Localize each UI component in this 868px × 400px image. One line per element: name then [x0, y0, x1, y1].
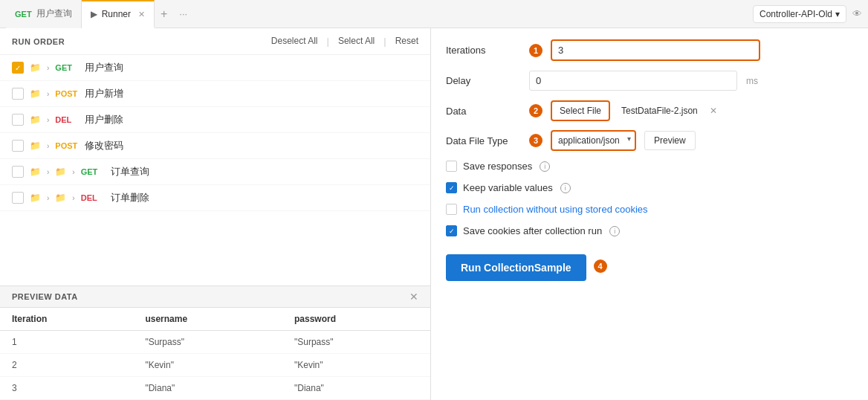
keep-variable-label: Keep variable values: [463, 182, 553, 193]
method-get: GET: [55, 63, 79, 72]
folder-icon: 📁: [30, 141, 41, 151]
delay-row: Delay ms: [446, 71, 853, 91]
ms-unit: ms: [746, 76, 758, 86]
preview-data-panel: PREVIEW DATA ✕ Iteration username passwo…: [0, 286, 430, 400]
request-list: ✓ 📁 › GET 用户查询 📁 › POST 用户新增 📁 › DEL 用户删…: [0, 55, 430, 286]
save-responses-info-icon[interactable]: i: [540, 161, 550, 172]
method-post: POST: [55, 141, 79, 150]
tab-get-label: 用户查询: [36, 7, 72, 20]
arrow-right-icon: ›: [47, 142, 49, 150]
folder-icon-nested: 📁: [55, 193, 66, 203]
checkbox-5[interactable]: [12, 166, 24, 178]
deselect-all-button[interactable]: Deselect All: [271, 36, 318, 47]
method-del: DEL: [81, 193, 105, 202]
runner-icon: ▶: [91, 9, 97, 19]
save-responses-checkbox[interactable]: [446, 161, 457, 172]
run-without-cookies-label: Run collection without using stored cook…: [463, 204, 648, 215]
arrow-right-icon: ›: [72, 168, 74, 176]
keep-variable-container: → ✓ Keep variable values i: [446, 182, 853, 193]
file-type-select-wrapper: application/json text/csv: [551, 131, 635, 150]
run-without-cookies-checkbox[interactable]: [446, 204, 457, 215]
folder-icon: 📁: [30, 193, 41, 203]
run-collection-button[interactable]: Run CollectionSample: [446, 254, 586, 281]
arrow-right-icon: ›: [47, 90, 49, 98]
iterations-input[interactable]: [551, 40, 760, 60]
tab-bar: GET 用户查询 ▶ Runner ✕ + ··· Controller-API…: [0, 0, 868, 28]
request-name: 订单查询: [111, 165, 149, 178]
delay-label: Delay: [446, 75, 520, 86]
list-item[interactable]: 📁 › POST 用户新增: [0, 81, 430, 107]
save-cookies-row: ✓ Save cookies after collection run i: [446, 225, 853, 236]
data-label: Data: [446, 106, 520, 117]
chevron-down-icon: ▾: [835, 9, 840, 19]
arrow-right-icon: ›: [47, 194, 49, 202]
cell-password: "Kevin": [282, 354, 430, 377]
data-file-type-row: Data File Type 3 application/json text/c…: [446, 131, 853, 150]
keep-variable-checkbox[interactable]: ✓: [446, 182, 457, 193]
cell-username: "Diana": [133, 377, 282, 400]
folder-icon: 📁: [30, 114, 41, 125]
col-username: username: [133, 308, 282, 331]
file-remove-button[interactable]: ✕: [710, 106, 717, 116]
list-item[interactable]: ✓ 📁 › GET 用户查询: [0, 55, 430, 81]
preview-data-header: PREVIEW DATA ✕: [0, 286, 430, 308]
file-type-select[interactable]: application/json text/csv: [551, 131, 635, 150]
checkbox-3[interactable]: [12, 114, 24, 126]
data-file-type-label: Data File Type: [446, 135, 520, 146]
arrow-right-icon: ›: [72, 194, 74, 202]
run-order-title: RUN ORDER: [12, 37, 65, 46]
tab-get[interactable]: GET 用户查询: [6, 0, 82, 28]
request-name: 订单删除: [111, 191, 149, 204]
tab-runner-close[interactable]: ✕: [138, 10, 145, 19]
env-selector[interactable]: Controller-API-Old ▾: [753, 5, 846, 23]
tab-add-button[interactable]: +: [155, 7, 173, 21]
cell-username: "Kevin": [133, 354, 282, 377]
keep-variable-info-icon[interactable]: i: [560, 183, 571, 193]
run-collection-label: Run CollectionSample: [461, 262, 571, 274]
arrow-right-icon: ›: [47, 168, 49, 176]
cell-username: "Surpass": [133, 331, 282, 354]
tab-runner-label: Runner: [102, 9, 131, 19]
delay-input[interactable]: [529, 71, 737, 91]
run-btn-container: Run CollectionSample 4: [446, 251, 853, 281]
request-name: 用户删除: [85, 113, 123, 126]
list-item[interactable]: 📁 › POST 修改密码: [0, 133, 430, 159]
select-file-button[interactable]: Select File: [551, 101, 609, 120]
main-layout: RUN ORDER Deselect All | Select All | Re…: [0, 28, 868, 400]
table-row: 1 "Surpass" "Surpass": [0, 331, 430, 354]
col-password: password: [282, 308, 430, 331]
step-badge-3: 3: [529, 134, 542, 147]
arrow-right-icon: ›: [47, 116, 49, 124]
request-name: 用户新增: [85, 87, 123, 100]
cell-iteration: 2: [0, 354, 133, 377]
save-cookies-info-icon[interactable]: i: [609, 226, 620, 236]
reset-button[interactable]: Reset: [395, 36, 418, 47]
folder-icon: 📁: [30, 167, 41, 177]
save-cookies-checkbox[interactable]: ✓: [446, 225, 457, 236]
checkbox-6[interactable]: [12, 192, 24, 204]
get-method-badge: GET: [15, 10, 32, 19]
preview-data-close-button[interactable]: ✕: [409, 291, 418, 303]
folder-icon: 📁: [30, 62, 41, 73]
list-item[interactable]: 📁 › 📁 › DEL 订单删除: [0, 185, 430, 211]
tab-runner[interactable]: ▶ Runner ✕: [82, 0, 155, 28]
select-all-button[interactable]: Select All: [338, 36, 375, 47]
method-get: GET: [81, 167, 105, 176]
cell-iteration: 3: [0, 377, 133, 400]
folder-icon: 📁: [30, 88, 41, 99]
checkbox-2[interactable]: [12, 88, 24, 100]
checkbox-4[interactable]: [12, 140, 24, 152]
tab-more-button[interactable]: ···: [173, 8, 193, 19]
step-badge-4: 4: [594, 259, 607, 273]
cell-password: "Diana": [282, 377, 430, 400]
cell-iteration: 1: [0, 331, 133, 354]
data-row: Data 2 Select File TestDataFile-2.json ✕: [446, 101, 853, 120]
checkbox-1[interactable]: ✓: [12, 62, 24, 74]
list-item[interactable]: 📁 › DEL 用户删除: [0, 107, 430, 133]
list-item[interactable]: 📁 › 📁 › GET 订单查询: [0, 159, 430, 185]
preview-button[interactable]: Preview: [644, 131, 696, 150]
right-panel: Iterations 1 Delay ms Data 2 Select File…: [431, 28, 868, 400]
eye-icon[interactable]: 👁: [852, 8, 862, 19]
iterations-row: Iterations 1: [446, 40, 853, 60]
arrow-right-icon: ›: [47, 64, 49, 72]
